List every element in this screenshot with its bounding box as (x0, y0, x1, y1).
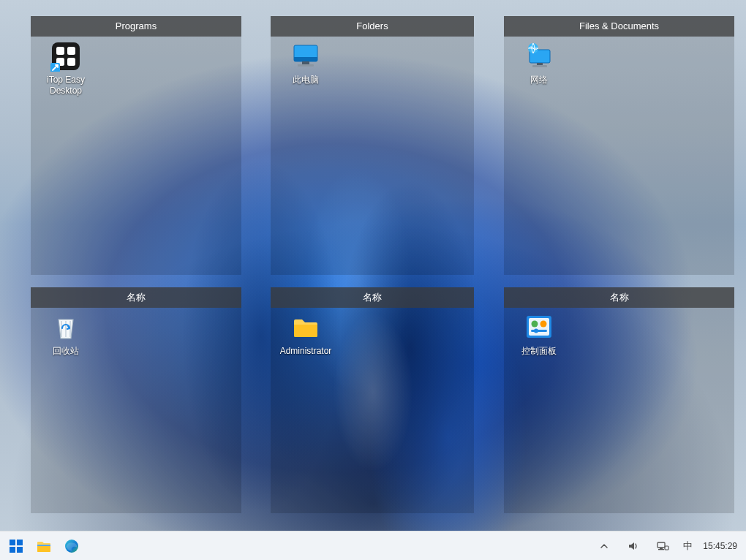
fence-name-1-body[interactable]: 回收站 (31, 308, 241, 513)
svg-rect-12 (532, 65, 547, 67)
tray-volume-icon[interactable] (623, 536, 644, 556)
taskbar-clock[interactable]: 15:45:29 (703, 541, 740, 551)
icon-administrator-folder[interactable]: Administrator (275, 312, 336, 357)
fence-name-3[interactable]: 名称 控制面板 (504, 287, 734, 513)
svg-rect-1 (56, 47, 64, 55)
svg-rect-4 (67, 58, 75, 66)
fence-name-2-title[interactable]: 名称 (271, 287, 474, 308)
svg-rect-29 (658, 549, 664, 550)
fence-folders-body[interactable]: 此电脑 (271, 37, 474, 275)
folder-icon (290, 312, 321, 343)
fence-name-1[interactable]: 名称 回收站 (31, 287, 241, 513)
svg-rect-25 (37, 545, 50, 546)
fence-folders[interactable]: Folders 此电脑 (271, 16, 474, 275)
fence-name-3-title[interactable]: 名称 (504, 287, 734, 308)
svg-rect-27 (658, 542, 665, 548)
svg-rect-22 (17, 540, 23, 545)
fence-programs[interactable]: Programs iTop Easy Desktop (31, 16, 241, 275)
svg-point-17 (532, 321, 538, 328)
svg-rect-23 (10, 547, 15, 553)
fence-programs-body[interactable]: iTop Easy Desktop (31, 37, 241, 275)
tray-overflow[interactable] (594, 536, 614, 556)
fence-files-documents-body[interactable]: 网络 (504, 37, 734, 275)
svg-point-20 (534, 329, 538, 333)
icon-label: 回收站 (53, 346, 79, 357)
svg-rect-30 (665, 546, 668, 550)
icon-label: iTop Easy Desktop (35, 75, 97, 97)
control-panel-icon (524, 312, 554, 343)
icon-label: 网络 (530, 75, 548, 86)
svg-rect-16 (529, 318, 549, 336)
svg-point-18 (540, 321, 547, 328)
svg-rect-11 (537, 63, 543, 65)
icon-control-panel[interactable]: 控制面板 (508, 312, 570, 357)
fence-name-1-title[interactable]: 名称 (31, 287, 241, 308)
icon-label: 此电脑 (293, 75, 319, 86)
taskbar-edge[interactable] (61, 536, 82, 556)
svg-rect-19 (531, 330, 547, 332)
svg-rect-7 (294, 57, 317, 61)
icon-label: Administrator (280, 346, 332, 357)
svg-rect-8 (302, 61, 309, 64)
fence-name-3-body[interactable]: 控制面板 (504, 308, 734, 513)
desktop-area[interactable]: Programs iTop Easy Desktop (0, 0, 746, 531)
icon-recycle-bin[interactable]: 回收站 (35, 312, 97, 357)
fence-files-documents[interactable]: Files & Documents 网络 (504, 16, 734, 275)
svg-rect-9 (298, 64, 314, 67)
fence-files-documents-title[interactable]: Files & Documents (504, 16, 734, 37)
fence-name-2[interactable]: 名称 Administrator (271, 287, 474, 513)
tray-network-icon[interactable] (652, 536, 673, 556)
tray-ime[interactable]: 中 (682, 536, 694, 556)
fence-programs-title[interactable]: Programs (31, 16, 241, 37)
taskbar[interactable]: 中 15:45:29 (0, 531, 746, 560)
svg-rect-2 (67, 47, 75, 55)
icon-itop-easy-desktop[interactable]: iTop Easy Desktop (35, 41, 97, 97)
taskbar-file-explorer[interactable] (34, 536, 54, 556)
network-icon (524, 41, 554, 72)
itop-app-icon (50, 41, 81, 72)
svg-rect-21 (10, 540, 15, 545)
start-button[interactable] (6, 536, 26, 556)
icon-this-pc[interactable]: 此电脑 (275, 41, 336, 86)
fence-folders-title[interactable]: Folders (271, 16, 474, 37)
this-pc-icon (290, 41, 321, 72)
icon-label: 控制面板 (521, 346, 557, 357)
svg-rect-28 (660, 548, 663, 549)
svg-rect-24 (17, 547, 23, 553)
fence-name-2-body[interactable]: Administrator (271, 308, 474, 513)
recycle-bin-icon (50, 312, 81, 343)
icon-network[interactable]: 网络 (508, 41, 570, 86)
